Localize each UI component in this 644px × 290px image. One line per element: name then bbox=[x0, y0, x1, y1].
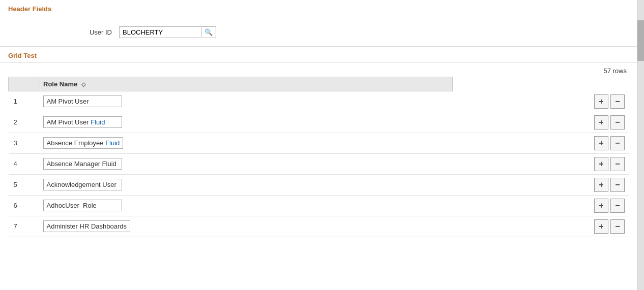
role-name-display[interactable]: Absence Employee Fluid bbox=[43, 137, 124, 149]
add-row-button[interactable]: + bbox=[594, 136, 608, 150]
scrollbar[interactable] bbox=[637, 0, 644, 290]
role-name-cell: Administer HR Dashboards bbox=[39, 216, 453, 237]
role-name-display[interactable]: AM Pivot User bbox=[43, 95, 122, 107]
row-actions: +− bbox=[452, 195, 629, 216]
role-name-cell: Absence Manager Fluid bbox=[39, 153, 453, 174]
add-row-button[interactable]: + bbox=[594, 94, 608, 109]
remove-row-button[interactable]: − bbox=[610, 178, 625, 192]
role-name-display[interactable]: Administer HR Dashboards bbox=[43, 220, 131, 232]
row-number: 6 bbox=[9, 195, 39, 216]
fluid-link[interactable]: Fluid bbox=[105, 139, 120, 147]
grid-test-title: Grid Test bbox=[0, 47, 637, 63]
col-role-name-header[interactable]: Role Name ◇ bbox=[39, 77, 453, 91]
add-row-button[interactable]: + bbox=[594, 199, 608, 213]
remove-row-button[interactable]: − bbox=[610, 219, 625, 234]
role-name-display[interactable]: AdhocUser_Role bbox=[43, 200, 122, 211]
row-number: 7 bbox=[9, 216, 39, 237]
table-row: 6AdhocUser_Role+− bbox=[9, 195, 629, 216]
remove-row-button[interactable]: − bbox=[610, 199, 625, 213]
remove-row-button[interactable]: − bbox=[610, 136, 625, 150]
user-id-input[interactable] bbox=[120, 27, 201, 38]
main-content: Header Fields User ID 🔍 Grid Test 57 row… bbox=[0, 0, 637, 245]
header-fields-area: User ID 🔍 bbox=[0, 16, 637, 47]
table-row: 7Administer HR Dashboards+− bbox=[9, 216, 629, 237]
roles-grid: Role Name ◇ 1AM Pivot User+−2AM Pivot Us… bbox=[8, 77, 629, 237]
user-id-label: User ID bbox=[81, 28, 112, 36]
fluid-link[interactable]: Fluid bbox=[91, 118, 105, 126]
row-number: 3 bbox=[9, 133, 39, 153]
row-number: 1 bbox=[9, 91, 39, 112]
row-actions: +− bbox=[452, 153, 629, 174]
row-actions: +− bbox=[452, 112, 629, 133]
role-name-cell: Absence Employee Fluid bbox=[39, 133, 453, 153]
header-fields-title: Header Fields bbox=[0, 0, 637, 16]
add-row-button[interactable]: + bbox=[594, 178, 608, 192]
table-row: 4Absence Manager Fluid+− bbox=[9, 153, 629, 174]
grid-area: 57 rows Role Name ◇ 1AM Pivot User+−2AM … bbox=[0, 63, 637, 245]
add-row-button[interactable]: + bbox=[594, 115, 608, 130]
table-row: 5Acknowledgement User+− bbox=[9, 174, 629, 195]
page-wrapper: Header Fields User ID 🔍 Grid Test 57 row… bbox=[0, 0, 644, 290]
user-id-input-wrapper: 🔍 bbox=[119, 26, 216, 38]
row-count: 57 rows bbox=[8, 63, 629, 77]
table-row: 3Absence Employee Fluid+− bbox=[9, 133, 629, 153]
row-actions: +− bbox=[452, 174, 629, 195]
table-row: 1AM Pivot User+− bbox=[9, 91, 629, 112]
row-actions: +− bbox=[452, 133, 629, 153]
remove-row-button[interactable]: − bbox=[610, 94, 625, 109]
role-name-cell: Acknowledgement User bbox=[39, 174, 453, 195]
role-name-display[interactable]: Acknowledgement User bbox=[43, 179, 122, 190]
row-actions: +− bbox=[452, 216, 629, 237]
role-name-cell: AdhocUser_Role bbox=[39, 195, 453, 216]
scrollbar-thumb[interactable] bbox=[637, 20, 644, 61]
sort-icon: ◇ bbox=[81, 81, 85, 87]
add-row-button[interactable]: + bbox=[594, 157, 608, 171]
remove-row-button[interactable]: − bbox=[610, 115, 625, 130]
row-number: 2 bbox=[9, 112, 39, 133]
remove-row-button[interactable]: − bbox=[610, 157, 625, 171]
row-number: 4 bbox=[9, 153, 39, 174]
role-name-display[interactable]: AM Pivot User Fluid bbox=[43, 116, 122, 128]
row-number: 5 bbox=[9, 174, 39, 195]
role-name-cell: AM Pivot User bbox=[39, 91, 453, 112]
add-row-button[interactable]: + bbox=[594, 219, 608, 234]
role-name-display[interactable]: Absence Manager Fluid bbox=[43, 158, 122, 170]
col-role-name-label: Role Name bbox=[43, 80, 77, 88]
row-actions: +− bbox=[452, 91, 629, 112]
user-id-search-button[interactable]: 🔍 bbox=[201, 27, 216, 37]
user-id-row: User ID 🔍 bbox=[81, 26, 629, 38]
table-row: 2AM Pivot User Fluid+− bbox=[9, 112, 629, 133]
col-num-header bbox=[9, 77, 39, 91]
role-name-cell: AM Pivot User Fluid bbox=[39, 112, 453, 133]
